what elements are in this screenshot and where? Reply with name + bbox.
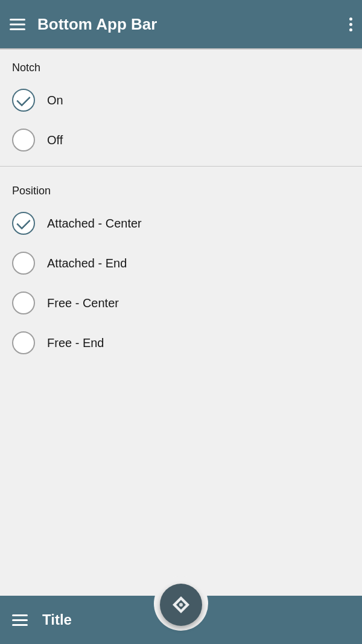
fab-button[interactable] — [160, 584, 202, 626]
position-attached-center-label: Attached - Center — [47, 217, 142, 231]
position-attached-center-option[interactable]: Attached - Center — [0, 203, 362, 243]
position-attached-end-label: Attached - End — [47, 257, 127, 270]
hamburger-icon[interactable] — [10, 19, 25, 30]
content-area: Notch On Off Position Attached - Center … — [0, 49, 362, 363]
position-attached-center-radio[interactable] — [12, 212, 35, 235]
section-divider — [0, 166, 362, 167]
svg-point-2 — [179, 603, 183, 607]
bottom-hamburger-icon[interactable] — [12, 614, 28, 626]
position-attached-end-option[interactable]: Attached - End — [0, 243, 362, 283]
top-app-bar-left: Bottom App Bar — [10, 15, 157, 34]
notch-off-option[interactable]: Off — [0, 120, 362, 160]
notch-off-label: Off — [47, 133, 63, 147]
position-attached-end-radio[interactable] — [12, 252, 35, 275]
top-app-bar: Bottom App Bar — [0, 0, 362, 48]
notch-on-option[interactable]: On — [0, 80, 362, 120]
position-free-center-option[interactable]: Free - Center — [0, 283, 362, 323]
bottom-bar-title: Title — [42, 611, 72, 628]
app-bar-title: Bottom App Bar — [37, 15, 157, 34]
position-free-center-label: Free - Center — [47, 296, 119, 310]
position-free-center-radio[interactable] — [12, 292, 35, 314]
fab-icon — [170, 594, 192, 616]
position-section-label: Position — [0, 173, 362, 203]
position-free-end-radio[interactable] — [12, 331, 35, 354]
position-free-end-label: Free - End — [47, 336, 104, 350]
more-options-icon[interactable] — [349, 18, 352, 31]
notch-on-label: On — [47, 94, 63, 107]
position-free-end-option[interactable]: Free - End — [0, 323, 362, 363]
notch-section-label: Notch — [0, 49, 362, 80]
notch-on-radio[interactable] — [12, 89, 35, 112]
fab-container — [160, 584, 202, 626]
notch-off-radio[interactable] — [12, 129, 35, 151]
